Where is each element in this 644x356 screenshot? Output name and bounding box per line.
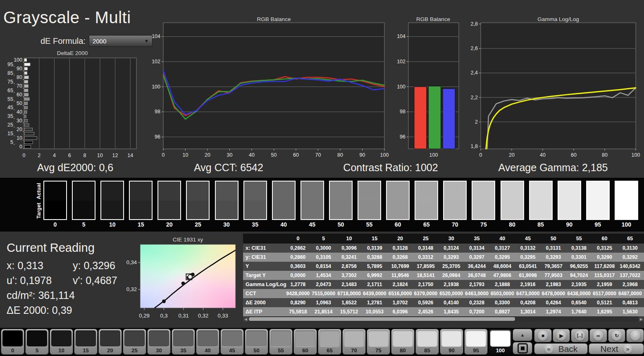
current-reading-heading: Current Reading (7, 241, 117, 255)
blank-button[interactable] (626, 329, 644, 342)
single-measure-icon: [‥] (575, 331, 585, 341)
svg-text:90: 90 (17, 66, 22, 72)
svg-text:40: 40 (249, 152, 255, 158)
table-cell: 15,5712 (336, 309, 362, 315)
patch-button-80[interactable]: 80 (391, 329, 415, 355)
patch-button-30[interactable]: 30 (147, 329, 171, 355)
table-row: x: CIE310,28620,30000,30960,31390,31280,… (243, 244, 644, 253)
patch-button-40[interactable]: 40 (196, 329, 219, 355)
grayscale-strip-cell: 100 (615, 181, 638, 228)
strip-level-label: 70 (443, 221, 467, 228)
table-cell: 0,3134 (464, 245, 490, 251)
svg-text:0,34: 0,34 (126, 259, 137, 265)
stop-button[interactable]: ■ (534, 329, 552, 342)
table-cell: 0,3293 (541, 254, 566, 260)
up-arrow-icon: ▲ (520, 332, 525, 337)
patch-button-65[interactable]: 65 (318, 329, 341, 355)
table-cell: 6520,0000 (439, 291, 464, 296)
continuous-measure-button[interactable]: ∞ (589, 329, 607, 342)
patch-label: 70 (344, 347, 364, 354)
contrast-ratio-summary: Contrast Ratio: 1002 (343, 162, 438, 174)
table-cell: 2,1888 (489, 282, 515, 287)
patch-button-55[interactable]: 55 (269, 329, 293, 355)
patch-swatch (490, 330, 510, 346)
grayscale-strip-cell: 75 (472, 181, 495, 228)
patch-button-70[interactable]: 70 (342, 329, 366, 355)
table-cell: 0,8927 (489, 309, 515, 315)
patch-button-85[interactable]: 85 (415, 329, 439, 355)
svg-text:95: 95 (7, 62, 13, 67)
table-cell: 0,4208 (515, 300, 541, 306)
scrollbar-thumb[interactable] (249, 317, 515, 321)
back-button[interactable]: « Back (534, 343, 588, 354)
patch-button-95[interactable]: 95 (464, 329, 488, 355)
table-cell: 47,9806 (489, 272, 515, 278)
patch-button-100[interactable]: 100 (489, 329, 512, 355)
rgb-bar-chart-title: RGB Balance (404, 16, 462, 22)
refresh-icon: ↻ (612, 331, 622, 341)
table-cell: 0,3000 (311, 245, 336, 251)
scroll-up-button[interactable]: ▲ (513, 329, 532, 341)
table-scrollbar[interactable]: ◀ ▶ (243, 316, 644, 322)
table-cell: 36,0748 (464, 272, 490, 278)
svg-text:60: 60 (293, 152, 299, 158)
grayscale-swatch (43, 181, 67, 220)
svg-text:1,8: 1,8 (471, 143, 478, 149)
grayscale-strip-cell: 15 (129, 181, 153, 228)
next-button[interactable]: Next » (589, 343, 644, 354)
table-cell: 140,6342 (617, 263, 643, 269)
scrollbar-left-arrow-icon[interactable]: ◀ (243, 316, 248, 322)
strip-level-label: 85 (529, 221, 553, 228)
grayscale-swatch (558, 181, 581, 220)
scrollbar-right-arrow-icon[interactable]: ▶ (639, 316, 644, 322)
table-cell: 10,0553 (362, 309, 387, 315)
strip-level-label: 80 (501, 221, 524, 228)
play-button[interactable]: ▶ (553, 329, 570, 342)
table-cell: 0,2860 (285, 254, 311, 260)
back-chevrons-icon: « (544, 344, 553, 354)
svg-text:0,31: 0,31 (178, 313, 188, 319)
table-cell: 26,0984 (439, 272, 464, 278)
table-col-header: 50 (541, 236, 566, 241)
patch-button-0[interactable]: 0 (1, 329, 24, 355)
patch-button-35[interactable]: 35 (172, 329, 195, 355)
de-formula-dropdown[interactable]: 2000 ▼ (89, 35, 153, 47)
svg-text:60: 60 (17, 92, 22, 98)
table-col-header: 25 (413, 236, 439, 241)
svg-text:80: 80 (337, 152, 343, 158)
patch-button-75[interactable]: 75 (367, 329, 390, 355)
grayscale-strip-cell: 25 (186, 181, 210, 228)
svg-text:60: 60 (571, 152, 577, 158)
table-cell: 6487,0000 (617, 291, 643, 296)
patch-button-15[interactable]: 15 (74, 329, 98, 355)
svg-text:0,29: 0,29 (139, 313, 149, 319)
table-cell: 0,3124 (439, 245, 464, 251)
patch-button-60[interactable]: 60 (293, 329, 317, 355)
stop-icon: ■ (538, 331, 548, 341)
patch-button-20[interactable]: 20 (98, 329, 122, 355)
svg-text:20: 20 (17, 127, 22, 132)
svg-text:0,3: 0,3 (160, 313, 167, 319)
patch-button-10[interactable]: 10 (50, 329, 73, 355)
grayscale-strip-cell: 65 (415, 181, 438, 228)
table-cell: 2,1938 (439, 282, 464, 287)
single-measure-button[interactable]: [‥] (571, 329, 589, 342)
table-row: Target Y0,00001,45343,73026,999211,95461… (243, 271, 644, 280)
table-col-header: 5 (311, 236, 336, 241)
grayscale-strip-cell: 30 (215, 181, 239, 228)
table-cell: 0,3295 (515, 254, 541, 260)
stop-patch-button[interactable] (513, 342, 532, 354)
patch-button-50[interactable]: 50 (245, 329, 268, 355)
table-cell: 48,6004 (489, 263, 515, 269)
patch-button-5[interactable]: 5 (25, 329, 49, 355)
gamma-chart-title: Gamma Log/Log (481, 16, 636, 22)
patch-button-25[interactable]: 25 (123, 329, 146, 355)
refresh-button[interactable]: ↻ (608, 329, 626, 342)
grayscale-swatch (415, 181, 438, 220)
patch-button-90[interactable]: 90 (440, 329, 463, 355)
svg-text:4: 4 (53, 153, 56, 158)
patch-button-45[interactable]: 45 (220, 329, 244, 355)
grayscale-swatch (72, 181, 95, 220)
svg-text:15: 15 (7, 131, 13, 136)
table-cell: 79,3657 (541, 263, 566, 269)
